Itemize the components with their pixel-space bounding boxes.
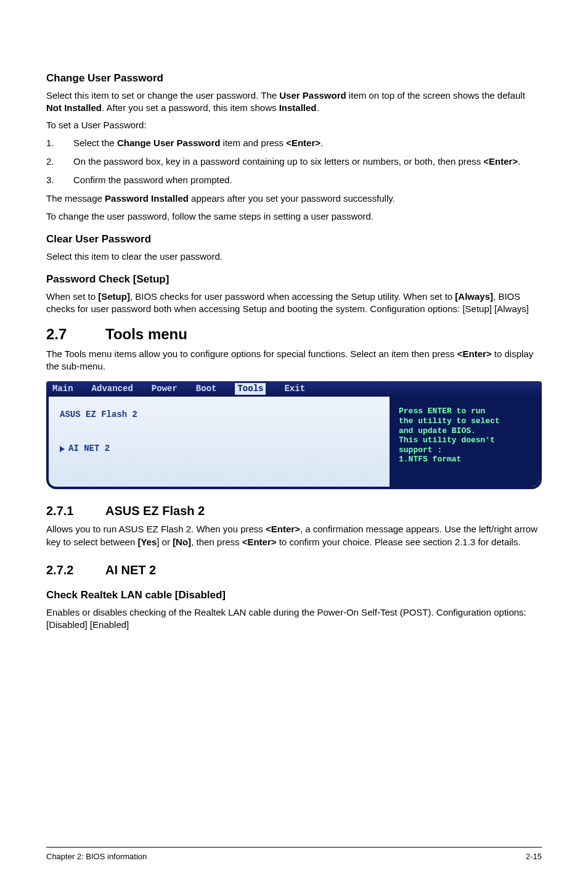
text: , BIOS checks for user password when acc…	[130, 291, 455, 302]
paragraph: The message Password Installed appears a…	[46, 192, 542, 205]
bios-tab-bar: Main Advanced Power Boot Tools Exit	[46, 381, 542, 397]
text: . After you set a password, this item sh…	[102, 102, 279, 113]
text: to confirm your choice. Please see secti…	[277, 537, 521, 547]
paragraph: Select this item to clear the user passw…	[46, 250, 542, 263]
paragraph: Enables or disables checking of the Real…	[46, 606, 542, 632]
arrow-right-icon	[60, 446, 65, 452]
page-footer: Chapter 2: BIOS information 2-15	[46, 847, 542, 862]
bios-tab-tools: Tools	[235, 383, 266, 395]
text: Allows you to run ASUS EZ Flash 2. When …	[46, 524, 266, 534]
text: appears after you set your password succ…	[189, 193, 395, 204]
paragraph: Select this item to set or change the us…	[46, 89, 542, 115]
text: On the password box, key in a password c…	[73, 156, 483, 167]
text-bold: [No]	[173, 537, 191, 547]
text-bold: <Enter>	[266, 524, 300, 534]
text: AI NET 2	[68, 444, 110, 453]
footer-chapter: Chapter 2: BIOS information	[46, 851, 147, 862]
bios-tab-main: Main	[52, 383, 73, 395]
list-item: 1.Select the Change User Password item a…	[46, 137, 542, 149]
heading-change-user-password: Change User Password	[46, 72, 542, 86]
text: When set to	[46, 291, 98, 302]
text: Select this item to set or change the us…	[46, 90, 279, 101]
bios-tab-advanced: Advanced	[92, 383, 133, 395]
list-number: 2.	[46, 155, 73, 168]
bios-tab-boot: Boot	[196, 383, 217, 395]
text: .	[321, 138, 323, 148]
paragraph: To set a User Password:	[46, 119, 542, 131]
text-bold: [Setup]	[98, 291, 130, 302]
bios-left-pane: ASUS EZ Flash 2 AI NET 2	[49, 397, 391, 487]
text: item on top of the screen shows the defa…	[346, 90, 525, 101]
paragraph: When set to [Setup], BIOS checks for use…	[46, 291, 542, 316]
subsection-ai-net: 2.7.2AI NET 2	[46, 562, 542, 579]
text-bold: Installed	[279, 102, 317, 113]
text: .	[518, 156, 520, 167]
list-number: 3.	[46, 174, 73, 186]
ordered-list: 1.Select the Change User Password item a…	[46, 137, 542, 187]
text-bold: Not Installed	[46, 102, 102, 113]
text: .	[317, 102, 319, 113]
section-title: Tools menu	[105, 324, 187, 344]
bios-tab-exit: Exit	[284, 383, 305, 395]
bios-body: ASUS EZ Flash 2 AI NET 2 Press ENTER to …	[46, 397, 542, 489]
text-bold: Change User Password	[117, 138, 221, 148]
text: The Tools menu items allow you to config…	[46, 349, 457, 359]
list-item: 3.Confirm the password when prompted.	[46, 174, 542, 186]
text-bold: Password Installed	[105, 193, 189, 204]
text-bold: <Enter>	[483, 156, 518, 167]
bios-item-ez-flash: ASUS EZ Flash 2	[60, 409, 378, 421]
subsection-title: ASUS EZ Flash 2	[105, 503, 205, 519]
text: item and press	[220, 138, 286, 148]
list-body: Select the Change User Password item and…	[73, 137, 542, 149]
heading-clear-user-password: Clear User Password	[46, 233, 542, 247]
text-bold: <Enter>	[286, 138, 321, 148]
list-item: 2.On the password box, key in a password…	[46, 155, 542, 168]
bios-tab-power: Power	[152, 383, 178, 395]
section-tools-menu: 2.7Tools menu	[46, 324, 542, 344]
text: ] or	[157, 537, 173, 547]
heading-check-realtek: Check Realtek LAN cable [Disabled]	[46, 588, 542, 603]
bios-item-ai-net: AI NET 2	[60, 443, 378, 455]
list-number: 1.	[46, 137, 73, 149]
subsection-ez-flash: 2.7.1ASUS EZ Flash 2	[46, 503, 542, 519]
text: , then press	[191, 537, 242, 547]
paragraph: Allows you to run ASUS EZ Flash 2. When …	[46, 523, 542, 548]
list-body: Confirm the password when prompted.	[73, 174, 542, 186]
text-bold: [Yes	[137, 537, 157, 547]
footer-page-number: 2-15	[526, 851, 542, 862]
bios-help-pane: Press ENTER to run the utility to select…	[391, 397, 539, 487]
subsection-title: AI NET 2	[105, 562, 156, 579]
list-body: On the password box, key in a password c…	[73, 155, 542, 168]
heading-password-check: Password Check [Setup]	[46, 273, 542, 287]
paragraph: To change the user password, follow the …	[46, 210, 542, 223]
subsection-number: 2.7.2	[46, 562, 105, 579]
bios-screenshot: Main Advanced Power Boot Tools Exit ASUS…	[46, 381, 542, 489]
text-bold: [Always]	[455, 291, 493, 302]
section-number: 2.7	[46, 324, 105, 344]
text: Select the	[73, 138, 117, 148]
text-bold: <Enter>	[457, 349, 492, 359]
text-bold: <Enter>	[242, 537, 277, 547]
text-bold: User Password	[279, 90, 346, 101]
text: The message	[46, 193, 105, 204]
subsection-number: 2.7.1	[46, 503, 105, 519]
paragraph: The Tools menu items allow you to config…	[46, 348, 542, 373]
